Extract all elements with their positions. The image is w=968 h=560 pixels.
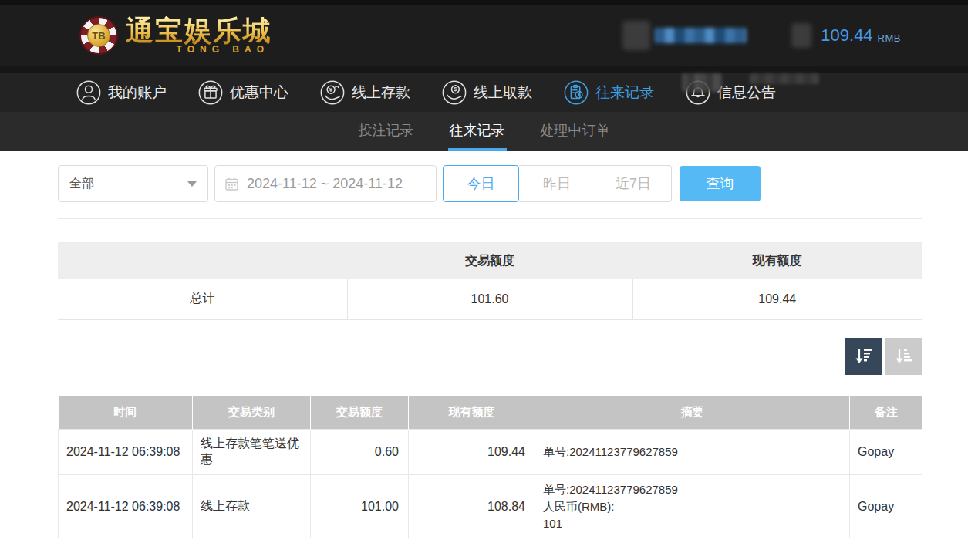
logo-subtitle: TONG BAO (177, 44, 269, 55)
sort-ascending-icon (893, 346, 914, 366)
col-header-time: 时间 (59, 396, 193, 430)
nav-item-announcements[interactable]: 信息公告 (685, 79, 776, 106)
svg-text:¥: ¥ (329, 86, 333, 93)
calendar-icon (224, 177, 239, 191)
summary-table: 交易额度 现有额度 总计 101.60 109.44 (58, 242, 922, 320)
nav-label: 信息公告 (717, 83, 776, 103)
summary-current-amount: 109.44 (632, 279, 922, 319)
summary-line: 单号:20241123779627859 (543, 481, 842, 498)
casino-chip-icon: TB (79, 16, 118, 55)
col-header-current-amount: 现有额度 (409, 396, 535, 430)
main-nav: 我的账户 优惠中心 ¥ 线上存款 $ 线上取款 (0, 73, 968, 112)
nav-label: 我的账户 (108, 83, 167, 103)
window-top-strip (0, 0, 968, 5)
cell-remark: Gopay (850, 430, 922, 475)
withdraw-icon: $ (441, 79, 467, 106)
records-table: 时间 交易类别 交易额度 现有额度 摘要 备注 2024-11-12 06:39… (58, 396, 922, 539)
tab-pending-orders[interactable]: 处理中订单 (539, 112, 612, 151)
summary-header-empty (58, 242, 347, 279)
nav-label: 往来记录 (595, 83, 654, 103)
cell-current-amount: 108.84 (409, 475, 535, 538)
gift-icon (197, 79, 224, 106)
nav-label: 线上取款 (474, 83, 532, 103)
yesterday-button[interactable]: 昨日 (519, 165, 595, 202)
filter-row: 全部 2024-11-12 ~ 2024-11-12 今日 昨日 近7日 查询 (58, 164, 922, 203)
nav-item-my-account[interactable]: 我的账户 (76, 79, 167, 106)
summary-row: 总计 101.60 109.44 (58, 279, 922, 319)
logo-text: 通宝娱乐城 TONG BAO (126, 16, 272, 55)
sort-controls (58, 338, 922, 375)
summary-header-trade: 交易额度 (347, 242, 632, 279)
quick-range-group: 今日 昨日 近7日 (443, 165, 672, 202)
select-value: 全部 (69, 176, 187, 192)
date-range-input[interactable]: 2024-11-12 ~ 2024-11-12 (214, 165, 437, 202)
user-icon (76, 79, 102, 106)
tab-transaction-records[interactable]: 往来记录 (448, 112, 507, 151)
chevron-down-icon (187, 181, 197, 187)
cell-summary: 单号:20241123779627859 人民币(RMB): 101 (535, 475, 850, 538)
col-header-summary: 摘要 (535, 396, 850, 430)
logo-title: 通宝娱乐城 (126, 16, 272, 46)
username-redacted (654, 28, 747, 43)
nav-label: 优惠中心 (230, 83, 288, 103)
svg-text:$: $ (454, 86, 457, 93)
section-divider (58, 218, 922, 219)
nav-item-promotions[interactable]: 优惠中心 (197, 79, 288, 106)
blur-patch (750, 73, 819, 84)
nav-item-transaction-records[interactable]: 往来记录 (563, 79, 654, 106)
cell-summary: 单号:20241123779627859 (535, 430, 850, 475)
summary-total-label: 总计 (58, 279, 347, 319)
summary-header-current: 现有额度 (632, 242, 922, 279)
nav-label: 线上存款 (352, 83, 410, 103)
nav-item-online-deposit[interactable]: ¥ 线上存款 (319, 79, 410, 106)
header-bottom-strip (0, 66, 968, 73)
balance-currency: RMB (878, 32, 901, 44)
site-header: TB 通宝娱乐城 TONG BAO 109.44 RMB (0, 5, 968, 66)
last7days-button[interactable]: 近7日 (595, 165, 672, 202)
nav-item-online-withdrawal[interactable]: $ 线上取款 (441, 79, 532, 106)
col-header-type: 交易类别 (193, 396, 311, 430)
table-row: 2024-11-12 06:39:08 线上存款 101.00 108.84 单… (59, 475, 922, 538)
tab-betting-records[interactable]: 投注记录 (357, 112, 416, 151)
main-content: 全部 2024-11-12 ~ 2024-11-12 今日 昨日 近7日 查询 (58, 164, 922, 560)
search-button[interactable]: 查询 (680, 166, 761, 201)
col-header-remark: 备注 (850, 396, 922, 430)
today-button[interactable]: 今日 (443, 165, 519, 202)
records-icon (563, 79, 589, 106)
header-account-area: 109.44 RMB (622, 21, 901, 50)
cell-trade-amount: 101.00 (311, 475, 409, 538)
summary-line: 单号:20241123779627859 (543, 444, 842, 460)
chip-monogram: TB (87, 24, 110, 47)
balance-amount: 109.44 (821, 25, 872, 46)
records-header-row: 时间 交易类别 交易额度 现有额度 摘要 备注 (59, 396, 922, 430)
sort-descending-icon (853, 346, 874, 366)
cell-time: 2024-11-12 06:39:08 (59, 475, 193, 538)
records-tabbar: 投注记录 往来记录 处理中订单 (0, 112, 968, 151)
cell-trade-amount: 0.60 (311, 430, 409, 475)
site-logo[interactable]: TB 通宝娱乐城 TONG BAO (79, 16, 272, 55)
date-range-value: 2024-11-12 ~ 2024-11-12 (247, 176, 403, 192)
sort-descending-button[interactable] (845, 338, 882, 375)
summary-line: 人民币(RMB): (543, 498, 842, 515)
summary-trade-amount: 101.60 (347, 279, 632, 319)
col-header-trade-amount: 交易额度 (311, 396, 409, 430)
cell-time: 2024-11-12 06:39:08 (59, 430, 193, 475)
user-avatar-icon (622, 21, 650, 50)
cell-type: 线上存款笔笔送优惠 (193, 430, 311, 475)
cell-type: 线上存款 (193, 475, 311, 538)
transaction-type-select[interactable]: 全部 (58, 165, 208, 202)
sort-ascending-button[interactable] (885, 338, 922, 375)
cell-current-amount: 109.44 (409, 430, 535, 475)
deposit-icon: ¥ (319, 79, 346, 106)
wallet-icon (791, 23, 811, 48)
cell-remark: Gopay (850, 475, 922, 538)
blur-patch (682, 73, 722, 92)
summary-line: 101 (543, 515, 842, 532)
table-row: 2024-11-12 06:39:08 线上存款笔笔送优惠 0.60 109.4… (59, 430, 922, 475)
